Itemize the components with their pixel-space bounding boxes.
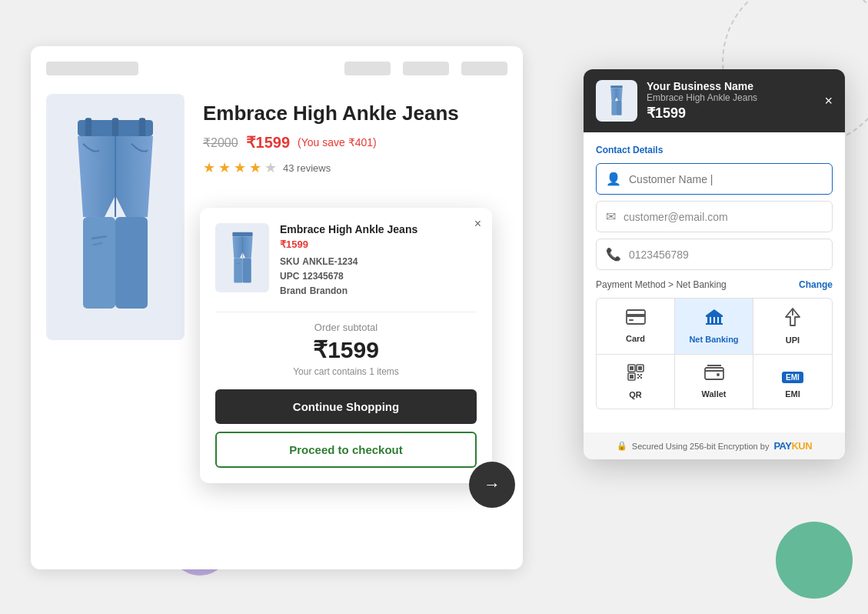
svg-rect-37 [637,377,639,379]
wallet-label: Wallet [702,389,727,399]
svg-rect-35 [637,374,639,375]
payment-method-change-button[interactable]: Change [799,279,833,290]
phone-icon: 📞 [606,247,621,262]
svg-rect-40 [705,368,723,379]
checkout-button[interactable]: Proceed to checkout [215,432,477,468]
payment-modal-body: Contact Details 👤 ✉ customer@email.com 📞… [584,132,845,432]
product-info: Embrace High Ankle Jeans ₹2000 ₹1599 (Yo… [203,94,507,184]
star-4: ★ [249,159,261,176]
svg-rect-33 [638,366,642,370]
svg-rect-32 [630,366,634,370]
svg-rect-21 [707,317,710,323]
payment-product-row: Your Business Name Embrace High Ankle Je… [596,80,757,122]
svg-rect-9 [232,232,252,236]
sku-value: ANKLE-1234 [302,256,358,267]
brand-label: Brand [280,285,307,296]
card-icon [626,309,646,329]
svg-point-41 [717,373,720,376]
emi-badge: EMI [782,372,803,383]
svg-rect-11 [242,258,251,282]
order-total: ₹1599 [215,336,477,363]
security-footer: 🔒 Secured Using 256-bit Encryption by PA… [584,432,845,459]
payment-options-grid: Card Net Banking [596,298,833,409]
payment-option-card[interactable]: Card [597,299,675,355]
phone-input-field[interactable]: 📞 0123456789 [596,239,833,270]
svg-rect-19 [629,319,634,321]
security-text: Secured Using 256-bit Encryption by [632,442,770,451]
name-input-field[interactable]: 👤 [596,163,833,195]
bank-icon [704,309,724,330]
upc-label: UPC [280,271,299,282]
card-label: Card [626,334,645,343]
star-3: ★ [234,159,246,176]
paykun-logo: PAYKUN [773,440,812,452]
original-price: ₹2000 [203,135,238,150]
svg-rect-16 [617,101,622,115]
payment-modal-close-button[interactable]: × [824,93,833,109]
payment-method-label: Payment Method > Net Banking [596,279,727,290]
qr-label: QR [629,390,642,399]
customer-name-input[interactable] [629,173,823,185]
emi-icon: EMI [782,365,803,385]
svg-rect-14 [610,85,622,88]
svg-rect-3 [112,118,118,137]
cart-item-meta: SKUANKLE-1234 UPC12345678 BrandBrandon [280,255,477,299]
emi-label: EMI [785,389,800,399]
wallet-icon [704,365,724,385]
svg-rect-5 [115,217,148,309]
stars-row: ★ ★ ★ ★ ★ 43 reviews [203,159,507,176]
cart-item-image [215,223,269,292]
person-icon: 👤 [606,172,621,186]
payment-option-netbanking[interactable]: Net Banking [675,299,753,355]
payment-option-emi[interactable]: EMI EMI [753,355,832,409]
svg-rect-38 [640,377,642,379]
deco-green-circle [776,522,853,599]
payment-product-image [596,80,637,122]
cart-item-name: Embrace High Ankle Jeans [280,223,477,235]
lock-icon: 🔒 [617,441,627,451]
svg-rect-1 [85,118,91,137]
upi-label: UPI [786,335,800,345]
sale-price: ₹1599 [246,133,291,152]
nav-bar [46,62,507,75]
cart-close-button[interactable]: × [474,217,481,231]
svg-rect-4 [83,217,115,309]
sku-label: SKU [280,256,299,267]
email-input-field[interactable]: ✉ customer@email.com [596,201,833,232]
svg-rect-24 [719,317,721,323]
nav-item-2 [403,62,449,75]
payment-modal-header: Your Business Name Embrace High Ankle Je… [584,69,845,132]
email-icon: ✉ [606,209,616,224]
brand-value: Brandon [310,285,348,296]
product-image [46,94,185,340]
price-row: ₹2000 ₹1599 (You save ₹401) [203,133,507,152]
svg-rect-15 [611,101,617,115]
savings-text: (You save ₹401) [298,136,377,148]
netbanking-label: Net Banking [689,335,738,344]
svg-rect-34 [630,375,634,379]
svg-rect-10 [234,258,242,282]
svg-rect-26 [706,323,723,325]
star-5: ★ [264,159,277,176]
contact-details-label: Contact Details [596,145,833,155]
upi-icon [784,308,801,331]
cart-item-details: Embrace High Ankle Jeans ₹1599 SKUANKLE-… [280,223,477,299]
star-1: ★ [203,159,215,176]
arrow-connector: → [469,462,515,508]
email-placeholder: customer@email.com [624,211,728,223]
nav-item-1 [344,62,391,75]
payment-option-qr[interactable]: QR [597,355,675,409]
continue-shopping-button[interactable]: Continue Shopping [215,389,477,424]
payment-modal: Your Business Name Embrace High Ankle Je… [584,69,845,459]
upc-value: 12345678 [302,271,343,282]
cart-item-row: Embrace High Ankle Jeans ₹1599 SKUANKLE-… [215,223,477,299]
svg-rect-20 [706,315,723,317]
svg-marker-25 [706,309,723,315]
cart-item-price: ₹1599 [280,239,477,250]
payment-option-wallet[interactable]: Wallet [675,355,753,409]
nav-item-3 [461,62,507,75]
cart-items-count: Your cart contains 1 items [215,366,477,377]
subtotal-label: Order subtotal [215,322,477,333]
payment-business-name: Your Business Name [647,80,757,92]
payment-option-upi[interactable]: UPI [753,299,832,355]
